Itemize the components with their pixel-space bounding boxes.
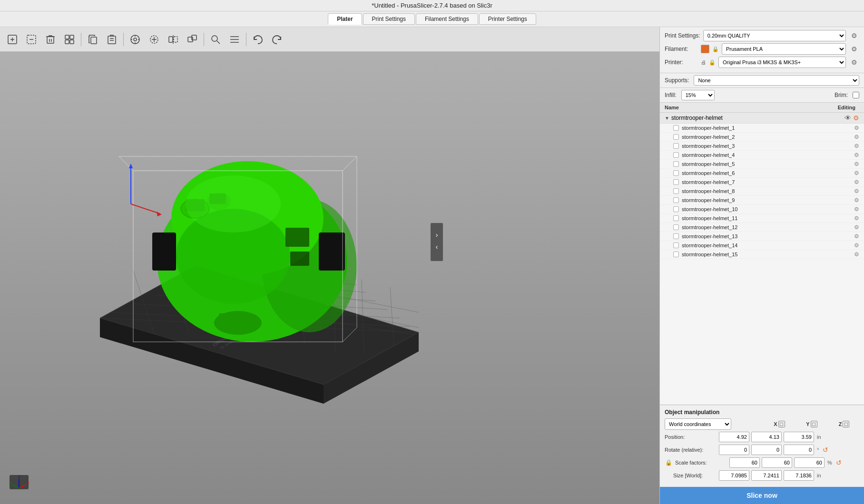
list-item[interactable]: stormtrooper-helmet_4 ⚙	[660, 151, 864, 160]
group-collapse-arrow[interactable]: ▼	[665, 116, 669, 121]
filament-gear-icon[interactable]: ⚙	[849, 44, 859, 54]
item-checkbox[interactable]	[673, 197, 679, 203]
item-checkbox[interactable]	[673, 206, 679, 212]
list-item[interactable]: stormtrooper-helmet_13 ⚙	[660, 232, 864, 241]
rotate-z-input[interactable]	[784, 445, 814, 455]
redo-button[interactable]	[268, 31, 285, 48]
list-item[interactable]: stormtrooper-helmet_15 ⚙	[660, 250, 864, 259]
printer-select[interactable]: Original Prusa i3 MK3S & MK3S+	[718, 57, 846, 68]
list-item[interactable]: stormtrooper-helmet_7 ⚙	[660, 178, 864, 187]
size-x-input[interactable]	[719, 470, 749, 481]
scale-y-input[interactable]	[762, 457, 792, 468]
list-item[interactable]: stormtrooper-helmet_5 ⚙	[660, 160, 864, 169]
object-group[interactable]: ▼ stormtrooper-helmet 👁 ⚙	[660, 113, 864, 124]
item-checkbox[interactable]	[673, 242, 679, 248]
item-gear-icon[interactable]: ⚙	[854, 170, 859, 176]
item-gear-icon[interactable]: ⚙	[854, 143, 859, 149]
item-gear-icon[interactable]: ⚙	[854, 251, 859, 258]
list-item[interactable]: stormtrooper-helmet_6 ⚙	[660, 169, 864, 178]
item-gear-icon[interactable]: ⚙	[854, 224, 859, 231]
scale-reset-button[interactable]: ↺	[834, 458, 844, 467]
item-checkbox[interactable]	[673, 215, 679, 221]
list-item[interactable]: stormtrooper-helmet_10 ⚙	[660, 205, 864, 214]
filament-select[interactable]: Prusament PLA	[722, 43, 846, 55]
add-object-button[interactable]	[4, 31, 21, 48]
delete-button[interactable]	[42, 31, 59, 48]
print-settings-gear-icon[interactable]: ⚙	[849, 30, 859, 41]
infill-select[interactable]: 15% 5% 10% 20% 25%	[681, 90, 715, 100]
item-checkbox[interactable]	[673, 233, 679, 239]
item-checkbox[interactable]	[673, 224, 679, 230]
object-list-header: Name Editing	[660, 103, 864, 113]
paste-button[interactable]	[103, 31, 120, 48]
copy-button[interactable]	[84, 31, 101, 48]
printer-gear-icon[interactable]: ⚙	[849, 57, 859, 68]
object-list[interactable]: ▼ stormtrooper-helmet 👁 ⚙ stormtrooper-h…	[660, 113, 864, 405]
item-checkbox[interactable]	[673, 170, 679, 176]
rotate-x-input[interactable]	[719, 445, 749, 455]
instance-button[interactable]	[184, 31, 201, 48]
item-gear-icon[interactable]: ⚙	[854, 215, 859, 222]
item-checkbox[interactable]	[673, 179, 679, 185]
supports-select[interactable]: None Support on build plate only For sup…	[694, 75, 859, 86]
item-gear-icon[interactable]: ⚙	[854, 188, 859, 194]
item-gear-icon[interactable]: ⚙	[854, 179, 859, 185]
size-y-input[interactable]	[751, 470, 782, 481]
position-x-input[interactable]	[719, 432, 749, 442]
item-checkbox[interactable]	[673, 252, 679, 257]
center-button[interactable]	[127, 31, 144, 48]
slice-now-button[interactable]: Slice now	[660, 487, 864, 504]
layer-view-button[interactable]	[226, 31, 243, 48]
size-z-input[interactable]	[784, 470, 814, 481]
viewport[interactable]: ORIGINAL PRUSA i3 MK3 by Josef Prusa	[0, 52, 659, 504]
undo-button[interactable]	[249, 31, 266, 48]
list-item[interactable]: stormtrooper-helmet_2 ⚙	[660, 133, 864, 142]
item-gear-icon[interactable]: ⚙	[854, 161, 859, 167]
item-gear-icon[interactable]: ⚙	[854, 125, 859, 131]
list-item[interactable]: stormtrooper-helmet_12 ⚙	[660, 223, 864, 232]
print-settings-select[interactable]: 0.20mm QUALITY	[703, 30, 846, 41]
position-z-input[interactable]	[784, 432, 814, 442]
item-checkbox[interactable]	[673, 125, 679, 131]
list-item[interactable]: stormtrooper-helmet_1 ⚙	[660, 124, 864, 133]
scale-lock-icon[interactable]: 🔒	[665, 459, 672, 466]
item-gear-icon[interactable]: ⚙	[854, 197, 859, 204]
tab-printer-settings[interactable]: Printer Settings	[479, 13, 536, 25]
filament-lock-icon: 🔒	[712, 46, 719, 52]
position-y-input[interactable]	[751, 432, 782, 442]
list-item[interactable]: stormtrooper-helmet_9 ⚙	[660, 196, 864, 205]
remove-object-button[interactable]	[23, 31, 40, 48]
item-checkbox[interactable]	[673, 143, 679, 149]
brim-checkbox[interactable]	[853, 92, 859, 98]
item-gear-icon[interactable]: ⚙	[854, 206, 859, 213]
rotate-y-input[interactable]	[751, 445, 782, 455]
item-checkbox[interactable]	[673, 188, 679, 194]
tab-plater[interactable]: Plater	[328, 13, 362, 25]
item-checkbox[interactable]	[673, 152, 679, 158]
scale-button[interactable]	[146, 31, 163, 48]
item-checkbox[interactable]	[673, 161, 679, 167]
group-edit-icon[interactable]: ⚙	[853, 114, 859, 122]
rotate-reset-button[interactable]: ↺	[821, 445, 830, 455]
list-item[interactable]: stormtrooper-helmet_14 ⚙	[660, 241, 864, 250]
coord-system-dropdown[interactable]: World coordinates Local coordinates	[665, 418, 731, 430]
z-axis-header: Z ⬚	[829, 421, 859, 427]
list-item[interactable]: stormtrooper-helmet_8 ⚙	[660, 187, 864, 196]
search-button[interactable]	[207, 31, 224, 48]
mirror-button[interactable]	[165, 31, 182, 48]
tab-print-settings[interactable]: Print Settings	[363, 13, 415, 25]
item-gear-icon[interactable]: ⚙	[854, 242, 859, 249]
group-visibility-icon[interactable]: 👁	[844, 114, 851, 122]
list-item[interactable]: stormtrooper-helmet_3 ⚙	[660, 142, 864, 151]
scale-x-input[interactable]	[729, 457, 760, 468]
filament-color-swatch[interactable]	[701, 45, 709, 53]
arrange-button[interactable]	[61, 31, 78, 48]
item-gear-icon[interactable]: ⚙	[854, 134, 859, 140]
item-gear-icon[interactable]: ⚙	[854, 233, 859, 240]
size-row: Size [World]: in	[665, 470, 859, 481]
item-gear-icon[interactable]: ⚙	[854, 152, 859, 158]
item-checkbox[interactable]	[673, 134, 679, 140]
list-item[interactable]: stormtrooper-helmet_11 ⚙	[660, 214, 864, 223]
scale-z-input[interactable]	[794, 457, 825, 468]
tab-filament-settings[interactable]: Filament Settings	[416, 13, 478, 25]
